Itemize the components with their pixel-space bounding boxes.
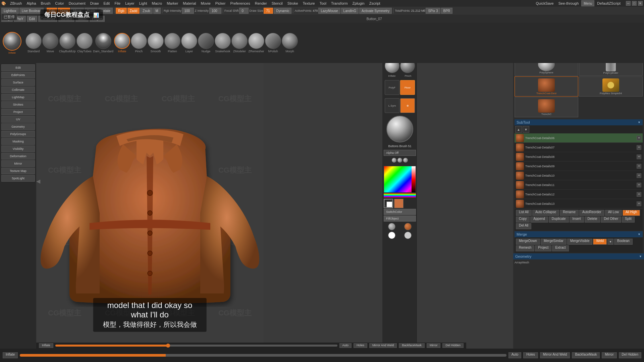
del-hidden-btn[interactable]: Del Hidden xyxy=(442,343,464,348)
zadd-btn[interactable]: Zadd xyxy=(127,8,140,14)
default-zscript-btn[interactable]: DefaultZScript xyxy=(595,1,623,6)
subtool-eye-btn-5[interactable]: 👁 xyxy=(637,183,641,187)
thumb-trenchcoat[interactable]: TrenchCoat-Desi xyxy=(515,76,578,97)
z-intensity-val[interactable]: 100 xyxy=(209,8,221,14)
menu-edit[interactable]: Edit xyxy=(101,1,112,6)
focal-shift-val[interactable]: 0 xyxy=(239,8,249,14)
boolean-btn[interactable]: Boolean xyxy=(614,239,633,245)
geometry-header[interactable]: Geometry ▼ xyxy=(513,253,644,259)
subtool-eye-btn-7[interactable]: 👁 xyxy=(637,201,641,206)
merge-down-btn[interactable]: MergeDown xyxy=(516,239,540,245)
menu-draw[interactable]: Draw xyxy=(88,1,101,6)
fg-color-swatch[interactable] xyxy=(384,199,393,208)
ls-project-btn[interactable]: Project xyxy=(1,109,35,115)
menu-layer[interactable]: Layer xyxy=(123,1,137,6)
mp-polyf-icon[interactable]: PolyF xyxy=(385,80,399,95)
brush-item-12[interactable]: ZModeler xyxy=(231,33,248,53)
duplicate-btn[interactable]: Duplicate xyxy=(549,217,569,223)
minimize-btn[interactable]: ─ xyxy=(626,1,631,6)
ls-editpoints-btn[interactable]: EditPoints xyxy=(1,72,35,78)
color-dot-gray[interactable] xyxy=(404,232,412,239)
small-ball-2[interactable] xyxy=(397,158,402,163)
rgb-intensity-val[interactable]: 100 xyxy=(182,8,194,14)
menu-transform[interactable]: Transform xyxy=(329,1,350,6)
extract-btn[interactable]: Extract xyxy=(552,245,569,251)
viewport-arrow-left[interactable]: ◀ xyxy=(36,178,40,184)
landing-btn[interactable]: LandInG xyxy=(341,8,359,14)
brush-item-14[interactable]: hPolish xyxy=(265,33,281,53)
bpr-btn[interactable]: BPR xyxy=(441,8,453,14)
live-boolean-btn[interactable]: Live Boolean xyxy=(19,8,44,14)
ls-texture-map-btn[interactable]: Texture Map xyxy=(1,168,35,174)
brush-item-0[interactable]: Standard xyxy=(25,33,42,53)
menu-picker[interactable]: Picker xyxy=(213,1,228,6)
subtool-eye-btn-3[interactable]: 👁 xyxy=(637,164,641,169)
all-low-btn[interactable]: All Low xyxy=(605,210,622,216)
ls-edit-btn[interactable]: Edit xyxy=(1,64,35,71)
quick-save-btn[interactable]: QuickSave xyxy=(534,1,556,6)
mp-floor-icon[interactable]: Floor xyxy=(400,80,415,95)
ls-lightmap-btn[interactable]: LightMap xyxy=(1,94,35,101)
weld-toggle-btn[interactable]: ▼ xyxy=(607,239,613,245)
brush-item-15[interactable]: Morph xyxy=(282,33,298,53)
color-dot-1[interactable] xyxy=(388,223,395,230)
auto-btn[interactable]: Auto xyxy=(339,343,352,348)
bottom-delhidden-btn[interactable]: Del Hidden xyxy=(619,352,641,358)
ls-spotlight-btn[interactable]: SpotLight xyxy=(1,175,35,182)
ls-surface-btn[interactable]: Surface xyxy=(1,79,35,86)
subtool-eye-btn-6[interactable]: 👁 xyxy=(637,192,641,197)
holes-btn[interactable]: Holes xyxy=(354,343,367,348)
menu-color[interactable]: Color xyxy=(53,1,66,6)
menu-stroke[interactable]: Stroke xyxy=(285,1,300,6)
ls-collimate-btn[interactable]: Collimate xyxy=(1,86,35,93)
bottom-mirror-btn[interactable]: Mirror xyxy=(602,352,616,358)
brush-item-1[interactable]: Move xyxy=(42,33,58,53)
brush-item-3[interactable]: ClayTubes xyxy=(76,33,93,53)
mp-gizmo-icon[interactable]: ⊕ xyxy=(400,98,415,113)
menu-preferences[interactable]: Preferences xyxy=(228,1,252,6)
rgb-btn[interactable]: Rgb xyxy=(116,8,126,14)
alpha-off-btn[interactable]: Alpha Off xyxy=(384,150,416,156)
bottom-auto-btn[interactable]: Auto xyxy=(508,352,522,358)
subtool-eye-btn-4[interactable]: 👁 xyxy=(637,173,641,178)
subtool-eye-btn-2[interactable]: 👁 xyxy=(637,155,641,159)
current-brush-icon[interactable] xyxy=(3,32,21,51)
weld-btn[interactable]: Weld xyxy=(593,239,607,245)
brush-item-13[interactable]: ZRemesher xyxy=(248,33,264,53)
menu-alpha[interactable]: Alpha xyxy=(24,1,38,6)
lightbox-btn[interactable]: Lightbox xyxy=(1,8,19,14)
draw-size-val[interactable]: 71 xyxy=(264,8,273,14)
menu-texture[interactable]: Texture xyxy=(301,1,317,6)
bottom-maw-btn[interactable]: Mirror And Weld xyxy=(540,352,570,358)
color-gradient[interactable] xyxy=(384,166,416,193)
rename-btn[interactable]: Rename xyxy=(560,210,579,216)
menu-marker[interactable]: Marker xyxy=(165,1,180,6)
maximize-btn[interactable]: □ xyxy=(632,1,637,6)
m-btn[interactable]: M xyxy=(153,8,161,14)
bottom-slider[interactable] xyxy=(20,354,506,357)
brush-item-7[interactable]: Smooth xyxy=(148,33,164,53)
del-all-btn[interactable]: Del All xyxy=(516,223,531,229)
menu-zscript[interactable]: Zscript xyxy=(367,1,382,6)
menu-document[interactable]: Document xyxy=(67,1,88,6)
menu-stencil[interactable]: Stencil xyxy=(270,1,285,6)
list-all-btn[interactable]: List All xyxy=(516,210,532,216)
ls-geometry-btn[interactable]: Geometry xyxy=(1,123,35,130)
menu-render[interactable]: Render xyxy=(253,1,269,6)
brush-item-6[interactable]: Pinch xyxy=(131,33,147,53)
menu-movie[interactable]: Movie xyxy=(199,1,212,6)
copy-subtool-btn[interactable]: Copy xyxy=(516,217,530,223)
inflate-slider[interactable] xyxy=(55,345,337,347)
thumb-polymesh[interactable]: PolyMes Simple64 xyxy=(579,76,643,97)
ls-uv-btn[interactable]: UV xyxy=(1,116,35,123)
auto-reorder-btn[interactable]: AutoReorder xyxy=(579,210,604,216)
lazy-mouse-btn[interactable]: LazyMouse xyxy=(318,8,340,14)
merge-visible-btn[interactable]: MergeVisible xyxy=(567,239,593,245)
brush-item-4[interactable]: Dam_Standard xyxy=(93,33,114,53)
project-merge-btn[interactable]: Project xyxy=(535,245,551,251)
subtool-item-0[interactable]: TrenchCoat-Details06 👁 xyxy=(515,133,643,143)
edit2-btn[interactable]: Edit xyxy=(27,16,37,22)
append-btn[interactable]: Append xyxy=(530,217,548,223)
backface-mask-btn[interactable]: BackfaceMask xyxy=(399,343,425,348)
dynamic-btn[interactable]: Dynamic xyxy=(274,8,291,14)
